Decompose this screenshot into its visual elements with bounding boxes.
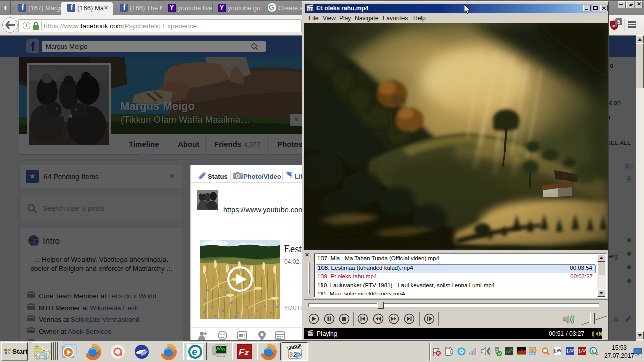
svg-text:AV: AV — [569, 349, 574, 352]
svg-text:3: 3 — [289, 351, 293, 358]
svg-text:AV: AV — [557, 349, 562, 352]
svg-text:e: e — [592, 348, 595, 354]
svg-text:2: 2 — [293, 351, 297, 358]
svg-text:!: ! — [597, 353, 598, 356]
svg-text:Fz: Fz — [239, 348, 249, 357]
svg-text:AV: AV — [581, 349, 586, 352]
svg-text:e: e — [192, 346, 197, 357]
svg-text:1: 1 — [311, 8, 313, 11]
